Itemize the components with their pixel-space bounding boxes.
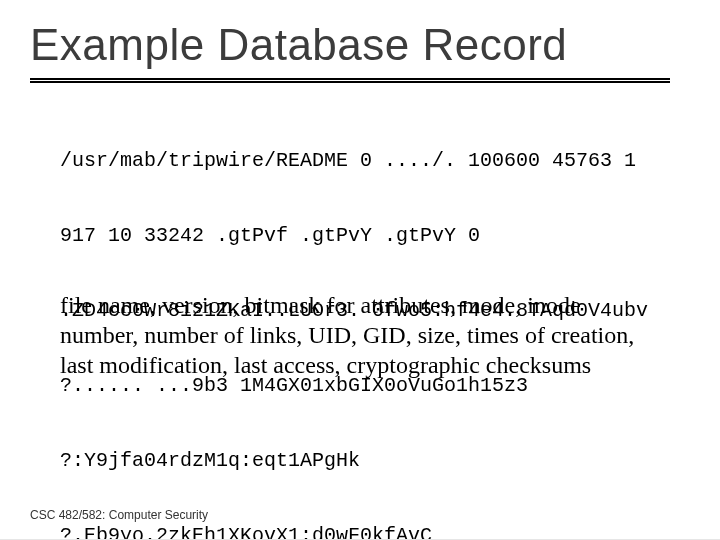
- code-line: 917 10 33242 .gtPvf .gtPvY .gtPvY 0: [60, 223, 660, 248]
- code-line: ?.Eb9yo.2zkEh1XKovX1:d0wF0kfAvC: [60, 523, 660, 540]
- description-text: file name, version, bitmask for attribut…: [60, 290, 660, 380]
- code-line: ?:Y9jfa04rdzM1q:eqt1APgHk: [60, 448, 660, 473]
- slide: Example Database Record /usr/mab/tripwir…: [0, 0, 720, 540]
- footer-text: CSC 482/582: Computer Security: [30, 508, 208, 522]
- page-title: Example Database Record: [30, 22, 690, 74]
- title-block: Example Database Record: [30, 22, 690, 83]
- code-line: /usr/mab/tripwire/README 0 ..../. 100600…: [60, 148, 660, 173]
- title-underline: [30, 78, 670, 83]
